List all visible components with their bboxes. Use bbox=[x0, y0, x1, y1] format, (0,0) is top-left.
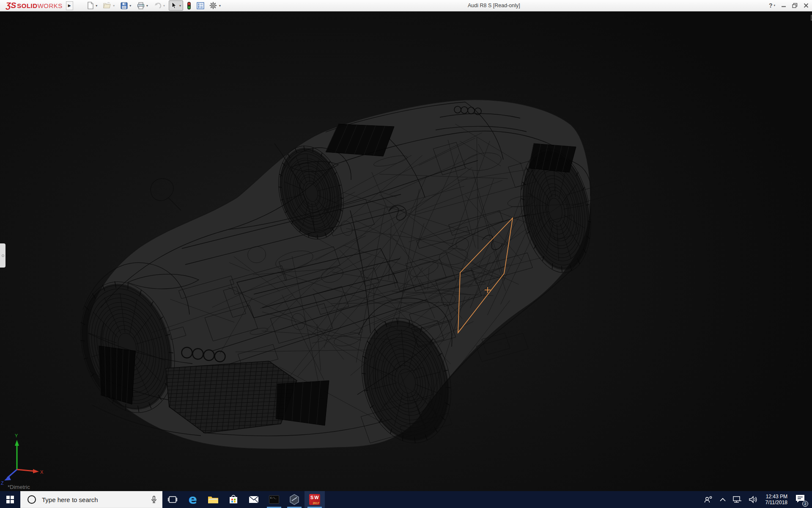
action-center-button[interactable]: 2 bbox=[795, 494, 805, 505]
view-orientation-label: *Dimetric bbox=[8, 484, 30, 490]
start-button[interactable] bbox=[0, 491, 20, 508]
orientation-triad: YXZ bbox=[1, 433, 44, 486]
taskbar: e C:\_ SW bbox=[0, 491, 812, 508]
save-floppy-icon bbox=[121, 2, 128, 9]
minimize-button[interactable] bbox=[781, 3, 786, 8]
caret-down-icon: ▾ bbox=[774, 4, 775, 7]
command-prompt-icon: C:\_ bbox=[269, 495, 279, 504]
solidworks-logo: ƷS SOLID WORKS bbox=[6, 1, 63, 10]
titlebar: ƷS SOLID WORKS ▶ ▼ ▼ bbox=[0, 0, 812, 11]
menu-flyout-button[interactable]: ▶ bbox=[66, 1, 73, 10]
model-wireframe-canvas[interactable]: YXZ bbox=[0, 11, 812, 491]
svg-text:X: X bbox=[40, 469, 44, 475]
edge-icon: e bbox=[189, 493, 197, 506]
taskbar-search[interactable] bbox=[20, 491, 162, 508]
options-button[interactable]: ▼ bbox=[208, 0, 223, 11]
select-button[interactable]: ▼ bbox=[169, 0, 183, 11]
undo-arrow-icon bbox=[154, 2, 162, 9]
new-document-icon bbox=[87, 2, 94, 9]
file-explorer-icon bbox=[208, 495, 219, 504]
help-button[interactable]: ? ▾ bbox=[769, 2, 775, 9]
caret-down-icon[interactable]: ▼ bbox=[163, 4, 166, 7]
restore-button[interactable] bbox=[792, 3, 798, 8]
caret-down-icon[interactable]: ▼ bbox=[129, 4, 132, 7]
traffic-light-icon bbox=[187, 2, 192, 10]
svg-text:Y: Y bbox=[15, 433, 18, 438]
main-toolbar: ▼ ▼ ▼ ▼ bbox=[85, 0, 225, 11]
cortana-icon bbox=[27, 495, 36, 504]
open-button[interactable]: ▼ bbox=[102, 0, 117, 11]
graphics-area[interactable]: YXZ *Dimetric bbox=[0, 11, 812, 491]
collapsed-panel-tab[interactable] bbox=[0, 243, 5, 268]
taskbar-item-hexagon-app[interactable] bbox=[284, 491, 304, 508]
solidworks-logo-glyph: ƷS bbox=[6, 1, 16, 10]
printer-icon bbox=[137, 2, 145, 9]
search-input[interactable] bbox=[42, 496, 151, 503]
taskbar-item-mail[interactable] bbox=[244, 491, 264, 508]
print-button[interactable]: ▼ bbox=[135, 0, 151, 11]
tray-time: 12:43 PM bbox=[765, 494, 788, 500]
hexagon-app-icon bbox=[289, 494, 299, 505]
solidworks-2017-icon: SW 2017 bbox=[309, 494, 320, 505]
task-view-button[interactable] bbox=[162, 491, 183, 508]
flyout-arrow-icon: ▶ bbox=[68, 3, 71, 8]
caret-down-icon[interactable]: ▼ bbox=[218, 4, 221, 7]
panel-tab-dot-icon bbox=[2, 254, 4, 257]
caret-down-icon[interactable]: ▼ bbox=[112, 4, 115, 7]
close-icon bbox=[804, 3, 809, 8]
rebuild-lights-button[interactable] bbox=[185, 0, 193, 11]
open-folder-icon bbox=[103, 2, 111, 9]
windows-logo-icon bbox=[6, 496, 14, 503]
new-document-button[interactable]: ▼ bbox=[85, 0, 100, 11]
network-icon[interactable] bbox=[732, 496, 742, 503]
mail-icon bbox=[249, 496, 259, 503]
undo-button[interactable]: ▼ bbox=[152, 0, 167, 11]
task-view-icon bbox=[168, 496, 177, 503]
display-settings-button[interactable] bbox=[195, 0, 206, 11]
caret-down-icon[interactable]: ▼ bbox=[178, 4, 181, 7]
volume-icon[interactable] bbox=[749, 496, 758, 503]
window-controls: ? ▾ bbox=[763, 0, 809, 11]
select-cursor-icon bbox=[170, 2, 177, 9]
hidden-icons-chevron[interactable] bbox=[720, 498, 726, 502]
close-button[interactable] bbox=[804, 3, 809, 8]
system-tray: 12:43 PM 7/11/2018 2 bbox=[700, 491, 812, 508]
taskbar-item-store[interactable] bbox=[223, 491, 244, 508]
store-icon bbox=[229, 495, 238, 504]
tray-date: 7/11/2018 bbox=[765, 500, 788, 505]
document-title: Audi R8 S [Read-only] bbox=[468, 3, 520, 8]
restore-icon bbox=[792, 3, 798, 8]
taskbar-item-file-explorer[interactable] bbox=[203, 491, 223, 508]
taskbar-item-edge[interactable]: e bbox=[183, 491, 203, 508]
tray-clock[interactable]: 12:43 PM 7/11/2018 bbox=[765, 494, 788, 505]
caret-down-icon[interactable]: ▼ bbox=[146, 4, 149, 7]
svg-text:Z: Z bbox=[1, 480, 4, 486]
people-icon[interactable] bbox=[704, 496, 713, 503]
caret-down-icon[interactable]: ▼ bbox=[95, 4, 98, 7]
microphone-icon[interactable] bbox=[151, 496, 157, 503]
gear-icon bbox=[209, 2, 217, 9]
minimize-icon bbox=[781, 3, 786, 8]
list-panel-icon bbox=[197, 2, 204, 9]
taskbar-item-solidworks[interactable]: SW 2017 bbox=[304, 491, 325, 508]
notification-badge: 2 bbox=[802, 501, 808, 507]
taskbar-item-command-prompt[interactable]: C:\_ bbox=[264, 491, 284, 508]
save-button[interactable]: ▼ bbox=[119, 0, 134, 11]
